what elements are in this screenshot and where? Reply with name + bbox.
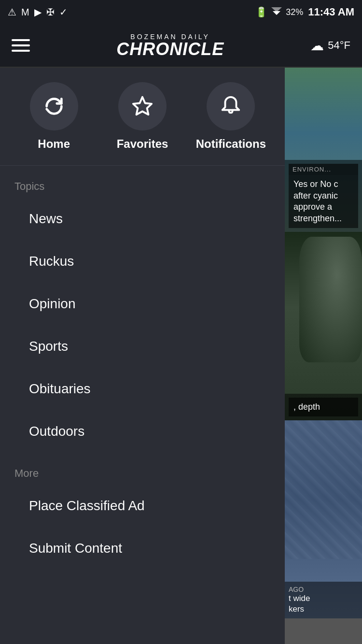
article-1-tag: ENVIRON... bbox=[289, 164, 358, 175]
app-header: BOZEMAN DAILY CHRONICLE ☁ 54°F bbox=[0, 24, 362, 68]
article-3-overlay: AGO t widekers bbox=[285, 582, 362, 618]
menu-item-sports[interactable]: Sports bbox=[0, 325, 285, 368]
battery-level: 32% bbox=[286, 7, 303, 17]
svg-marker-1 bbox=[271, 7, 282, 12]
nav-divider bbox=[0, 165, 285, 166]
article-card-3[interactable]: AGO t widekers bbox=[285, 420, 362, 618]
audience-bg bbox=[285, 420, 362, 559]
notifications-label: Notifications bbox=[196, 137, 266, 151]
status-time: 11:43 AM bbox=[308, 6, 354, 18]
nav-notifications[interactable]: Notifications bbox=[187, 82, 275, 151]
check-icon: ✓ bbox=[59, 6, 68, 18]
refresh-icon bbox=[43, 95, 65, 117]
article-1-overlay: ENVIRON... Yes or No cafter cyanicapprov… bbox=[285, 160, 362, 232]
nav-home[interactable]: Home bbox=[10, 82, 98, 151]
right-content-panel: ENVIRON... Yes or No cafter cyanicapprov… bbox=[285, 68, 362, 644]
article-3-snippet: t widekers bbox=[289, 593, 358, 615]
battery-icon: 🔋 bbox=[255, 6, 267, 18]
weather-display: ☁ 54°F bbox=[310, 38, 350, 54]
menu-item-outdoors[interactable]: Outdoors bbox=[0, 410, 285, 453]
menu-item-ruckus[interactable]: Ruckus bbox=[0, 240, 285, 283]
hamburger-line-2 bbox=[12, 44, 30, 46]
app-title-block: BOZEMAN DAILY CHRONICLE bbox=[116, 33, 224, 58]
left-drawer: Home Favorites Notifications bbox=[0, 68, 285, 644]
article-card-2[interactable]: , depth bbox=[285, 232, 362, 420]
main-content: Home Favorites Notifications bbox=[0, 68, 362, 644]
status-bar: ⚠ M ▶ ✠ ✓ 🔋 32% 11:43 AM bbox=[0, 0, 362, 24]
menu-item-obituaries[interactable]: Obituaries bbox=[0, 368, 285, 410]
menu-item-classifieds[interactable]: Place Classified Ad bbox=[0, 485, 285, 527]
article-3-time: AGO bbox=[289, 586, 358, 593]
hamburger-line-3 bbox=[12, 50, 30, 52]
bell-icon bbox=[220, 95, 242, 117]
star-icon bbox=[131, 95, 153, 117]
article-card-1[interactable]: ENVIRON... Yes or No cafter cyanicapprov… bbox=[285, 68, 362, 232]
wifi-icon bbox=[270, 7, 283, 17]
more-section-label: More bbox=[0, 453, 285, 485]
temperature: 54°F bbox=[328, 39, 350, 52]
cloud-icon: ☁ bbox=[310, 38, 324, 54]
usb-icon: ✠ bbox=[46, 6, 55, 18]
app-title: CHRONICLE bbox=[116, 41, 224, 58]
alert-icon: ⚠ bbox=[8, 6, 16, 18]
favorites-icon-circle bbox=[118, 82, 167, 130]
article-2-snippet: , depth bbox=[289, 398, 358, 416]
menu-item-submit[interactable]: Submit Content bbox=[0, 527, 285, 570]
notifications-icon-circle bbox=[207, 82, 255, 130]
article-2-overlay: , depth bbox=[285, 394, 362, 420]
gmail-icon: M bbox=[21, 7, 29, 18]
topics-section-label: Topics bbox=[0, 171, 285, 198]
hamburger-line-1 bbox=[12, 39, 30, 41]
menu-item-opinion[interactable]: Opinion bbox=[0, 283, 285, 325]
hamburger-menu[interactable] bbox=[12, 39, 30, 52]
status-bar-left: ⚠ M ▶ ✠ ✓ bbox=[8, 6, 68, 18]
status-bar-right: 🔋 32% 11:43 AM bbox=[255, 6, 354, 18]
article-1-snippet: Yes or No cafter cyanicapprove astrength… bbox=[289, 175, 358, 228]
home-label: Home bbox=[38, 137, 70, 151]
home-icon-circle bbox=[30, 82, 78, 130]
nav-favorites[interactable]: Favorites bbox=[98, 82, 186, 151]
quick-nav: Home Favorites Notifications bbox=[0, 68, 285, 160]
play-icon: ▶ bbox=[34, 6, 42, 18]
menu-item-news[interactable]: News bbox=[0, 198, 285, 240]
favorites-label: Favorites bbox=[117, 137, 168, 151]
footballer-figure bbox=[299, 237, 362, 362]
